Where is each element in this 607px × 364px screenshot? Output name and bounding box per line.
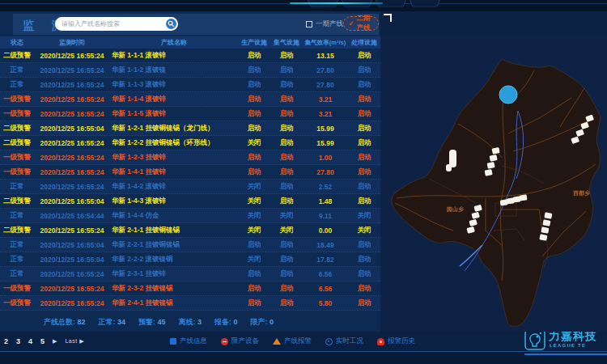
legend-item-person[interactable]: 实时工况 bbox=[325, 336, 363, 346]
cell-eff: 6.56 bbox=[303, 285, 348, 293]
cell-name: 华新 1-1-2 滚镀镍 bbox=[110, 66, 238, 75]
search-input[interactable] bbox=[62, 17, 163, 31]
cell-status: 一级预警 bbox=[0, 153, 34, 163]
cell-gas: 启动 bbox=[270, 269, 303, 279]
table-row[interactable]: 正常2020/12/25 16:55:04华新 2-2-1 挂镀铜镍锡启动启动1… bbox=[0, 238, 380, 252]
cell-prod: 启动 bbox=[238, 153, 270, 163]
phase2-button[interactable]: ✔ 二期产线 bbox=[343, 16, 379, 31]
table-row[interactable]: 一级预警2020/12/25 16:55:24华新 1-2-3 挂镀锌启动启动1… bbox=[0, 150, 380, 165]
summary-item: 离线: 3 bbox=[179, 317, 202, 328]
legend-label: 实时工况 bbox=[336, 336, 363, 346]
last-page-button[interactable]: Last ▶ bbox=[65, 338, 84, 345]
col-status: 状态 bbox=[0, 38, 34, 47]
page-button[interactable]: 3 bbox=[16, 337, 20, 345]
cell-gas: 启动 bbox=[270, 255, 303, 265]
cell-eff: 3.21 bbox=[303, 95, 348, 104]
phase2-label: 二期产线 bbox=[357, 14, 373, 33]
legend-item-bell[interactable]: 报警历史 bbox=[377, 336, 415, 346]
cell-time: 2020/12/25 16:55:04 bbox=[34, 197, 110, 205]
cell-gas: 启动 bbox=[270, 298, 303, 308]
cell-time: 2020/12/25 16:55:04 bbox=[34, 256, 110, 264]
cell-time: 2020/12/25 16:55:24 bbox=[34, 270, 110, 278]
cell-eff: 15.99 bbox=[303, 139, 348, 147]
cell-status: 正常 bbox=[0, 182, 34, 192]
monitor-panel: 监 测 一期产线 ✔ 二期产线 状态 监测时间 产线名称 生产设施 集气设施 集… bbox=[0, 11, 380, 351]
table-row[interactable]: 正常2020/12/25 16:55:24华新 1-1-2 滚镀镍启动启动27.… bbox=[0, 63, 380, 78]
cell-name: 华新 1-2-3 挂镀锌 bbox=[110, 153, 238, 163]
cell-prod: 关闭 bbox=[238, 182, 270, 192]
cell-name: 华新 2-3-1 挂镀锌 bbox=[110, 269, 238, 279]
page-button[interactable]: 5 bbox=[40, 337, 45, 345]
col-eff: 集气效率(m³/s) bbox=[303, 39, 348, 47]
cell-proc: 启动 bbox=[348, 284, 380, 294]
table-row[interactable]: 二级预警2020/12/25 16:55:04华新 1-2-1 挂镀铜镍锡（龙门… bbox=[0, 121, 380, 136]
cell-time: 2020/12/25 16:55:24 bbox=[34, 226, 110, 235]
legend-item-square[interactable]: 产线信息 bbox=[170, 336, 207, 346]
table-row[interactable]: 一级预警2020/12/25 16:55:24华新 1-1-5 滚镀锌启动启动3… bbox=[0, 107, 380, 121]
cell-time: 2020/12/25 16:55:24 bbox=[34, 95, 110, 104]
cell-prod: 启动 bbox=[238, 124, 270, 133]
cell-gas: 关闭 bbox=[270, 226, 303, 235]
cell-eff: 27.80 bbox=[303, 81, 348, 89]
cell-name: 华新 1-2-2 挂镀铜镍锡（环形线） bbox=[110, 138, 238, 148]
legend-label: 报警历史 bbox=[388, 336, 415, 346]
table-row[interactable]: 正常2020/12/25 16:54:44华新 1-4-4 仿金关闭关闭9.11… bbox=[0, 209, 380, 223]
cell-eff: 6.56 bbox=[303, 270, 348, 278]
table-row[interactable]: 二级预警2020/12/25 16:55:24华新 2-1-1 挂镀铜镍锡关闭关… bbox=[0, 223, 380, 238]
legend-bar: 产线信息限产设备产线报警实时工况报警历史 bbox=[170, 332, 415, 351]
cell-time: 2020/12/25 16:55:24 bbox=[34, 183, 110, 191]
cell-gas: 启动 bbox=[270, 153, 303, 163]
page-button[interactable]: 4 bbox=[28, 337, 32, 345]
legend-item-tri[interactable]: 产线报警 bbox=[273, 336, 312, 346]
table-row[interactable]: 二级预警2020/12/25 16:55:24华新 1-2-2 挂镀铜镍锡（环形… bbox=[0, 136, 380, 150]
cell-proc: 启动 bbox=[348, 66, 380, 75]
cell-gas: 启动 bbox=[270, 197, 303, 206]
cell-time: 2020/12/25 16:54:44 bbox=[34, 212, 110, 220]
cell-eff: 1.00 bbox=[303, 154, 348, 162]
table-row[interactable]: 一级预警2020/12/25 16:55:24华新 2-3-2 挂镀镍锡启动启动… bbox=[0, 281, 380, 296]
cell-status: 正常 bbox=[0, 80, 34, 90]
table-row[interactable]: 一级预警2020/12/25 16:55:24华新 1-4-1 挂镀锌启动启动2… bbox=[0, 165, 380, 180]
cell-eff: 27.80 bbox=[303, 66, 348, 74]
cell-status: 二级预警 bbox=[0, 138, 34, 148]
cell-name: 华新 1-4-1 挂镀锌 bbox=[110, 167, 238, 177]
summary-item: 产线总数: 82 bbox=[44, 317, 86, 328]
map-town-label: 园山乡 bbox=[447, 205, 464, 213]
cell-prod: 启动 bbox=[238, 298, 270, 308]
search-button[interactable] bbox=[166, 19, 176, 29]
cell-eff: 9.11 bbox=[303, 212, 348, 220]
cell-status: 一级预警 bbox=[0, 298, 34, 308]
cell-eff: 13.15 bbox=[303, 52, 348, 60]
table-row[interactable]: 一级预警2020/12/25 16:55:24华新 2-4-1 挂镀镍锡启动启动… bbox=[0, 296, 380, 311]
cell-time: 2020/12/25 16:55:24 bbox=[34, 299, 110, 307]
phase1-label: 一期产线 bbox=[316, 19, 343, 29]
phase1-checkbox[interactable]: 一期产线 bbox=[306, 19, 343, 29]
cell-time: 2020/12/25 16:55:24 bbox=[34, 139, 110, 147]
cell-prod: 关闭 bbox=[238, 211, 270, 221]
corner-bracket-decor bbox=[384, 14, 392, 22]
table-row[interactable]: 正常2020/12/25 16:55:24华新 2-3-1 挂镀锌启动启动6.5… bbox=[0, 267, 380, 281]
table-row[interactable]: 正常2020/12/25 16:55:24华新 1-1-3 滚镀锌启动启动27.… bbox=[0, 78, 380, 92]
square-icon bbox=[170, 338, 176, 345]
cell-name: 华新 2-4-1 挂镀镍锡 bbox=[110, 298, 238, 308]
table-row[interactable]: 正常2020/12/25 16:55:24华新 1-4-2 滚镀锌关闭启动2.5… bbox=[0, 180, 380, 194]
cell-status: 二级预警 bbox=[0, 226, 34, 235]
summary-item: 限产: 0 bbox=[251, 317, 274, 328]
table-row[interactable]: 二级预警2020/12/25 16:55:24华新 1-1-1 滚镀锌启动启动1… bbox=[0, 49, 380, 63]
next-page-button[interactable]: ▶ bbox=[53, 338, 57, 345]
col-proc: 处理设施 bbox=[348, 38, 380, 47]
legend-item-circle[interactable]: 限产设备 bbox=[221, 336, 259, 346]
table-row[interactable]: 正常2020/12/25 16:55:04华新 2-2-2 滚镀镍铜关闭启动17… bbox=[0, 252, 380, 267]
table-row[interactable]: 一级预警2020/12/25 16:55:24华新 1-1-4 滚镀锌启动启动3… bbox=[0, 92, 380, 107]
page-button[interactable]: 2 bbox=[4, 337, 8, 345]
col-name: 产线名称 bbox=[110, 38, 238, 47]
cell-proc: 启动 bbox=[348, 255, 380, 265]
cell-time: 2020/12/25 16:55:04 bbox=[34, 125, 110, 133]
table-row[interactable]: 二级预警2020/12/25 16:55:04华新 1-4-3 滚镀锌关闭启动1… bbox=[0, 194, 380, 209]
cell-proc: 关闭 bbox=[348, 211, 380, 221]
top-decor-shape bbox=[410, 0, 441, 6]
pagination: 2345▶Last ▶ bbox=[4, 332, 84, 351]
map-point-marker[interactable] bbox=[499, 86, 517, 104]
cell-gas: 关闭 bbox=[270, 211, 303, 221]
map-panel[interactable]: 园山乡 西都乡 bbox=[380, 36, 607, 332]
